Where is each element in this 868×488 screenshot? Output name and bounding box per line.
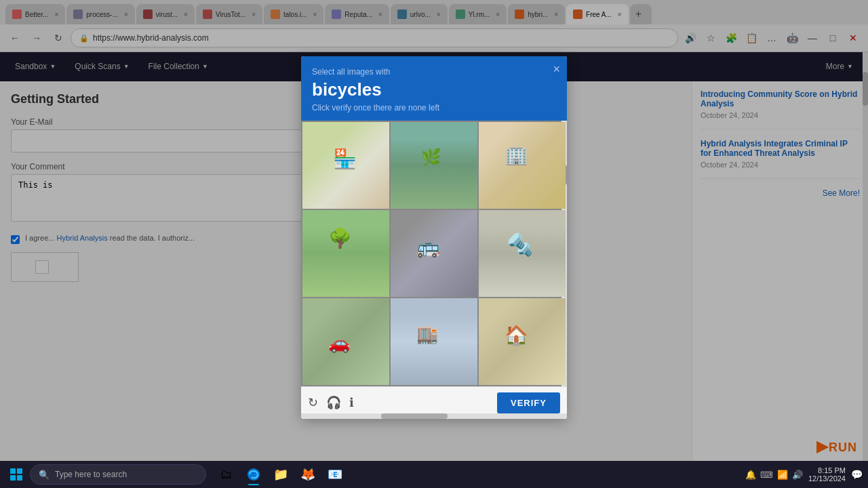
systray-notifications[interactable]: 🔔 (745, 470, 756, 480)
notifications-badge[interactable]: 💬 (851, 469, 863, 480)
systray-icons: 🔔 ⌨ 📶 🔊 (745, 470, 803, 480)
taskbar-app-edge[interactable] (241, 462, 266, 487)
start-button[interactable] (5, 464, 27, 485)
taskbar: 🔍 Type here to search 🗂 📁 🦊 📧 🔔 ⌨ 📶 🔊 8:… (0, 461, 868, 488)
clock: 8:15 PM (808, 466, 846, 474)
captcha-scene-5 (391, 210, 477, 297)
taskbar-app-view[interactable]: 🗂 (214, 462, 239, 487)
systray-volume[interactable]: 🔊 (792, 470, 803, 480)
captcha-scene-3 (479, 122, 566, 209)
modal-overlay[interactable]: Select all images with bicycles Click ve… (0, 0, 868, 488)
systray-keyboard[interactable]: ⌨ (760, 470, 773, 480)
taskbar-app-firefox[interactable]: 🦊 (296, 462, 320, 487)
search-icon: 🔍 (39, 470, 50, 480)
captcha-title: bicycles (312, 79, 556, 100)
captcha-modal: Select all images with bicycles Click ve… (301, 56, 567, 419)
captcha-image-1[interactable] (302, 122, 389, 209)
clock-date[interactable]: 8:15 PM 12/13/2024 (808, 466, 846, 483)
captcha-image-2[interactable] (391, 122, 477, 209)
captcha-header: Select all images with bicycles Click ve… (301, 56, 567, 121)
captcha-image-5[interactable] (391, 210, 477, 297)
taskbar-search-placeholder: Type here to search (55, 470, 127, 479)
taskbar-search-box[interactable]: 🔍 Type here to search (30, 464, 206, 485)
windows-icon (10, 468, 22, 481)
captcha-footer-icons: ↻ 🎧 ℹ (308, 395, 354, 410)
taskbar-right: 🔔 ⌨ 📶 🔊 8:15 PM 12/13/2024 💬 (745, 466, 863, 483)
captcha-audio-button[interactable]: 🎧 (326, 395, 341, 410)
captcha-footer-area: ↻ 🎧 ℹ VERIFY (301, 386, 567, 419)
captcha-scene-6 (479, 210, 566, 297)
captcha-scene-9 (479, 298, 566, 385)
captcha-select-text: Select all images with (312, 67, 556, 77)
captcha-close-button[interactable]: × (553, 63, 560, 75)
captcha-scene-7 (302, 298, 389, 385)
taskbar-apps: 🗂 📁 🦊 📧 (214, 462, 347, 487)
captcha-bottom-scrollbar[interactable] (301, 413, 567, 419)
captcha-scene-2 (391, 122, 477, 209)
date: 12/13/2024 (808, 474, 846, 483)
taskbar-app-outlook[interactable]: 📧 (323, 462, 347, 487)
captcha-image-7[interactable] (302, 298, 389, 385)
captcha-subtitle: Click verify once there are none left (312, 103, 556, 113)
captcha-scene-1 (302, 122, 389, 209)
captcha-info-button[interactable]: ℹ (349, 395, 354, 410)
captcha-image-3[interactable] (479, 122, 566, 209)
taskbar-app-explorer[interactable]: 📁 (269, 462, 293, 487)
captcha-scene-4 (302, 210, 389, 297)
captcha-image-6[interactable] (479, 210, 566, 297)
captcha-image-4[interactable] (302, 210, 389, 297)
systray-network[interactable]: 📶 (777, 470, 788, 480)
captcha-bottom-scrollbar-thumb (381, 413, 448, 419)
captcha-verify-button[interactable]: VERIFY (497, 392, 560, 413)
captcha-image-grid (301, 121, 567, 386)
captcha-scene-8 (391, 298, 477, 385)
captcha-image-9[interactable] (479, 298, 566, 385)
captcha-image-8[interactable] (391, 298, 477, 385)
captcha-refresh-button[interactable]: ↻ (308, 395, 318, 410)
